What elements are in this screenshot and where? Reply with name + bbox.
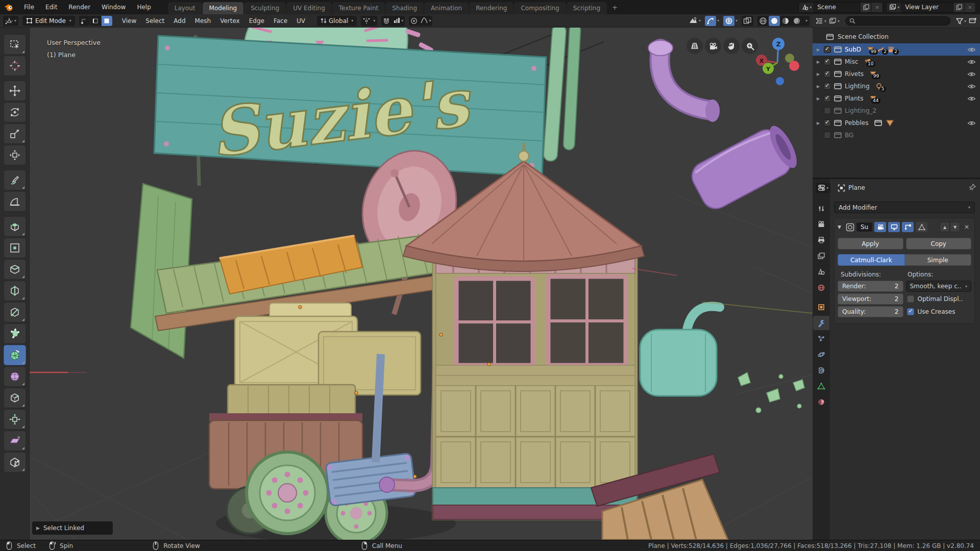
modifier-realtime-toggle[interactable] [888,222,900,232]
tool-rip-region[interactable] [4,452,26,472]
pin-icon[interactable] [969,184,976,192]
proportional-falloff-dropdown[interactable]: ▾ [419,16,432,26]
viewport-menu-uv[interactable]: UV [292,14,310,28]
checkbox[interactable] [907,295,914,303]
menu-file[interactable]: File [18,0,40,14]
workspace-tab-compositing[interactable]: Compositing [514,2,566,14]
pivot-point-dropdown[interactable]: ▾ [361,16,377,26]
workspace-tab-shading[interactable]: Shading [385,2,424,14]
mode-dropdown[interactable]: Edit Mode ▾ [22,16,75,26]
tool-inset-faces[interactable] [4,238,26,258]
expand-arrow-icon[interactable]: ▶ [817,47,824,52]
viewport-menu-add[interactable]: Add [169,14,190,28]
field-render-[interactable]: Render:2 [838,281,903,292]
option-use-creases[interactable]: Use Creases [906,306,972,317]
proportional-edit-toggle[interactable] [409,16,419,26]
orthographic-toggle-button[interactable] [687,38,703,54]
properties-tab-particles[interactable] [813,332,829,346]
outliner-row-lighting[interactable]: ▶Lighting5 [813,80,980,92]
workspace-tab-texture-paint[interactable]: Texture Paint [332,2,385,14]
move-view-button[interactable] [723,38,740,54]
tool-loop-cut[interactable] [4,281,26,301]
blender-logo-icon[interactable] [0,3,17,12]
properties-tab-scene[interactable] [813,265,829,279]
collection-exclude-checkbox[interactable] [824,70,831,78]
tool-move[interactable] [4,81,26,101]
collection-exclude-checkbox[interactable] [824,132,831,139]
workspace-tab-modeling[interactable]: Modeling [203,2,244,14]
modifier-move-down-button[interactable]: ▼ [950,222,960,232]
viewport-3d[interactable]: Suzie's [30,28,813,540]
visibility-eye-icon[interactable] [967,83,976,90]
scene-copy-button[interactable] [860,3,871,12]
add-workspace-button[interactable]: + [607,1,622,14]
checkbox[interactable] [907,308,914,315]
properties-tab-physics[interactable] [813,347,829,362]
outliner-row-plants[interactable]: ▶Plants44 [813,92,980,105]
view-layer-name[interactable]: View Layer [901,4,953,11]
tool-edge-slide[interactable] [4,388,26,408]
tool-rotate[interactable] [4,102,26,122]
snap-to-dropdown[interactable]: ▾ [391,16,405,26]
expand-arrow-icon[interactable]: ▶ [817,96,824,101]
field-quality-[interactable]: Quality:2 [838,306,903,317]
scene-collection-row[interactable]: Scene Collection [813,30,980,43]
viewport-menu-view[interactable]: View [117,14,141,28]
tool-bevel[interactable] [4,259,26,280]
tool-knife[interactable] [4,302,26,322]
rendered-shading-button[interactable] [791,16,802,26]
outliner-row-lighting-2[interactable]: Lighting_2 [813,105,980,117]
navigation-gizmo[interactable]: Z X Y [743,31,810,94]
collection-exclude-checkbox[interactable] [824,83,831,90]
collection-exclude-checkbox[interactable] [824,46,831,53]
breadcrumb-object-name[interactable]: Plane [848,184,865,191]
tool-scale[interactable] [4,123,26,144]
outliner-filter-dropdown[interactable]: ▾ [956,18,966,24]
subdivision-type-catmull-clark[interactable]: Catmull-Clark [838,254,905,266]
collection-exclude-checkbox[interactable] [824,58,831,65]
properties-tab-object[interactable] [813,300,829,314]
view-layer-copy-button[interactable] [953,3,964,12]
viewport-menu-select[interactable]: Select [141,14,169,28]
scene-unlink-button[interactable]: ✕ [871,3,883,12]
properties-editor-dropdown[interactable]: ▾ [816,183,830,193]
vertex-select-button[interactable] [79,16,90,26]
modifier-oncage-toggle[interactable] [916,222,927,232]
modifier-name-field[interactable]: Su [856,222,872,232]
expand-arrow-icon[interactable]: ▶ [817,121,824,126]
tool-smooth[interactable] [4,366,26,387]
expand-arrow-icon[interactable]: ▶ [817,72,824,77]
tool-transform[interactable] [4,145,26,165]
tool-poly-build[interactable] [4,323,26,344]
tool-shear[interactable] [4,431,26,451]
properties-tab-output[interactable] [813,233,829,247]
properties-tab-view-layer[interactable] [813,249,829,263]
tool-annotate[interactable] [4,170,26,190]
tool-cursor[interactable] [4,56,26,76]
viewport-menu-face[interactable]: Face [269,14,292,28]
tool-select-box[interactable] [4,34,26,55]
workspace-tab-sculpting[interactable]: Sculpting [244,2,286,14]
scene-icon[interactable]: ▾ [799,3,813,12]
collection-exclude-checkbox[interactable] [824,95,831,102]
viewport-menu-edge[interactable]: Edge [244,14,269,28]
tool-shrink-fatten[interactable] [4,409,26,430]
outliner-row-bg[interactable]: BG [813,129,980,141]
tool-extrude-region[interactable] [4,216,26,237]
outliner-row-misc[interactable]: ▶Misc10 [813,56,980,68]
menu-help[interactable]: Help [131,0,156,14]
visibility-eye-icon[interactable] [967,95,976,102]
workspace-tab-uv-editing[interactable]: UV Editing [286,2,332,14]
xray-toggle[interactable] [742,16,753,26]
apply-button[interactable]: Apply [838,238,903,249]
modifier-render-toggle[interactable] [874,222,886,232]
snap-toggle-magnet-icon[interactable] [381,16,391,26]
outliner-display-mode-dropdown[interactable]: ▾ [829,17,840,24]
properties-tab-object-data[interactable] [813,379,829,393]
outliner-row-rivets[interactable]: ▶Rivets99 [813,68,980,80]
modifier-move-up-button[interactable]: ▲ [940,222,950,232]
outliner-row-subd[interactable]: ▶SubD9922 [813,43,980,56]
wireframe-shading-button[interactable] [757,16,769,26]
add-modifier-dropdown[interactable]: Add Modifier ▾ [834,202,975,213]
workspace-tab-animation[interactable]: Animation [424,2,469,14]
